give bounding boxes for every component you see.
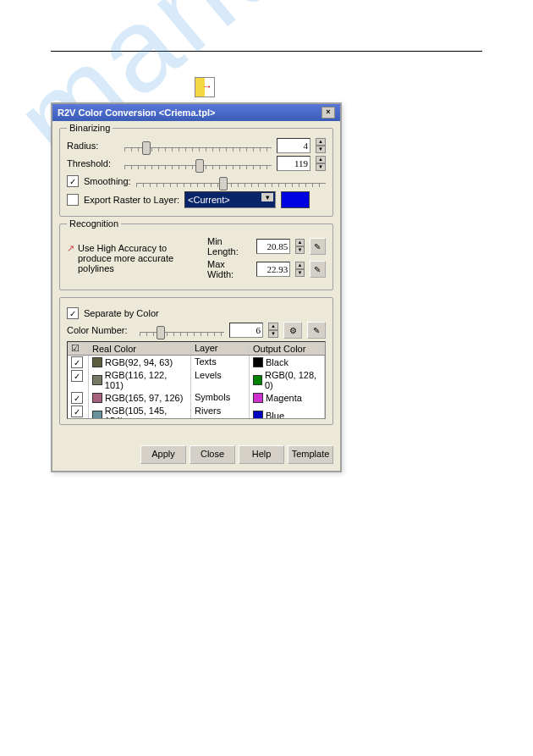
table-row[interactable]: ✓RGB(92, 94, 63)TextsBlack	[68, 356, 325, 369]
realcolor-swatch	[92, 357, 102, 367]
realcolor-text: RGB(105, 145, 154)	[105, 406, 187, 419]
binarizing-group-label: Binarizing	[67, 123, 113, 133]
maxwidth-pick-icon[interactable]: ✎	[310, 261, 326, 278]
separate-checkbox[interactable]: ✓	[67, 307, 79, 319]
realcolor-text: RGB(116, 122, 101)	[105, 370, 187, 390]
radius-label: Radius:	[67, 141, 119, 151]
outcolor-swatch	[253, 411, 263, 419]
header-check[interactable]: ☑	[68, 342, 89, 355]
threshold-input[interactable]	[277, 156, 310, 171]
table-row[interactable]: ✓RGB(165, 97, 126)SymbolsMagenta	[68, 391, 325, 405]
threshold-slider[interactable]	[124, 156, 272, 171]
outcolor-swatch	[253, 375, 262, 385]
colornumber-slider[interactable]	[140, 323, 224, 338]
help-button[interactable]: Help	[239, 445, 284, 464]
template-button[interactable]: Template	[288, 445, 333, 464]
radius-spinner[interactable]: ▲▼	[316, 138, 326, 153]
radius-input[interactable]	[277, 138, 310, 153]
outcolor-text: Blue	[266, 411, 284, 419]
apply-button[interactable]: Apply	[140, 445, 186, 464]
threshold-spinner[interactable]: ▲▼	[316, 156, 326, 171]
recognition-group: Recognition ↗ Use High Accuracy to produ…	[59, 223, 333, 290]
minlength-spinner[interactable]: ▲▼	[295, 239, 304, 254]
layer-cell: Levels	[191, 369, 250, 391]
row-checkbox[interactable]: ✓	[71, 406, 83, 417]
realcolor-swatch	[92, 411, 102, 419]
header-layer[interactable]: Layer	[191, 342, 250, 355]
maxwidth-label: Max Width:	[207, 259, 251, 279]
realcolor-swatch	[92, 393, 102, 403]
row-checkbox[interactable]: ✓	[71, 392, 83, 404]
export-checkbox[interactable]	[67, 194, 79, 206]
maxwidth-input[interactable]	[256, 262, 290, 277]
dialog-titlebar[interactable]: R2V Color Conversion <Criema.tpl> ×	[52, 104, 340, 121]
minlength-pick-icon[interactable]: ✎	[310, 238, 326, 255]
export-layer-select[interactable]: <Current>	[184, 191, 276, 208]
colornumber-input[interactable]	[229, 323, 263, 338]
binarizing-group: Binarizing Radius: ▲▼ Threshold: ▲▼ ✓ Sm…	[59, 128, 333, 217]
color-table: ☑ Real Color Layer Output Color ✓RGB(92,…	[67, 341, 326, 419]
layer-cell: Texts	[191, 356, 250, 369]
page-rule	[51, 51, 482, 52]
outcolor-swatch	[253, 357, 263, 367]
eyedropper-icon[interactable]: ✎	[307, 322, 326, 339]
outcolor-text: Magenta	[266, 393, 302, 403]
realcolor-text: RGB(92, 94, 63)	[105, 357, 173, 367]
separate-label: Separate by Color	[84, 308, 159, 318]
realcolor-swatch	[92, 375, 102, 385]
outcolor-text: RGB(0, 128, 0)	[265, 370, 321, 390]
separate-group: ✓ Separate by Color Color Number: ▲▼ ⚙ ✎…	[59, 297, 333, 425]
colornumber-spinner[interactable]: ▲▼	[268, 323, 278, 338]
row-checkbox[interactable]: ✓	[71, 356, 83, 368]
threshold-label: Threshold:	[67, 158, 119, 168]
smoothing-checkbox[interactable]: ✓	[67, 175, 79, 187]
high-accuracy-label: Use High Accuracy to produce more accura…	[78, 243, 196, 273]
layer-cell: Symbols	[191, 391, 250, 405]
header-outputcolor[interactable]: Output Color	[250, 342, 325, 355]
realcolor-text: RGB(165, 97, 126)	[105, 393, 183, 403]
minlength-label: Min Length:	[207, 236, 251, 257]
r2v-tool-icon	[195, 77, 215, 97]
minlength-input[interactable]	[256, 239, 290, 254]
gear-icon[interactable]: ⚙	[283, 322, 302, 339]
row-checkbox[interactable]: ✓	[71, 370, 83, 382]
radius-slider[interactable]	[124, 138, 272, 153]
r2v-dialog: R2V Color Conversion <Criema.tpl> × Bina…	[51, 102, 342, 472]
close-button[interactable]: Close	[190, 445, 235, 464]
layer-cell: Rivers	[191, 405, 250, 419]
table-row[interactable]: ✓RGB(105, 145, 154)RiversBlue	[68, 405, 325, 419]
maxwidth-spinner[interactable]: ▲▼	[295, 262, 304, 277]
table-row[interactable]: ✓RGB(116, 122, 101)LevelsRGB(0, 128, 0)	[68, 369, 325, 391]
outcolor-text: Black	[266, 357, 288, 367]
export-label: Export Raster to Layer:	[84, 195, 179, 205]
arrow-icon: ↗	[67, 243, 74, 273]
header-realcolor[interactable]: Real Color	[89, 342, 191, 355]
export-color-swatch[interactable]	[281, 191, 310, 208]
recognition-group-label: Recognition	[67, 218, 121, 229]
smoothing-slider[interactable]	[136, 174, 326, 189]
table-header: ☑ Real Color Layer Output Color	[68, 342, 325, 356]
outcolor-swatch	[253, 393, 263, 403]
smoothing-label: Smoothing:	[84, 176, 131, 186]
colornumber-label: Color Number:	[67, 325, 135, 335]
dialog-title: R2V Color Conversion <Criema.tpl>	[58, 108, 215, 118]
close-icon[interactable]: ×	[321, 107, 335, 119]
